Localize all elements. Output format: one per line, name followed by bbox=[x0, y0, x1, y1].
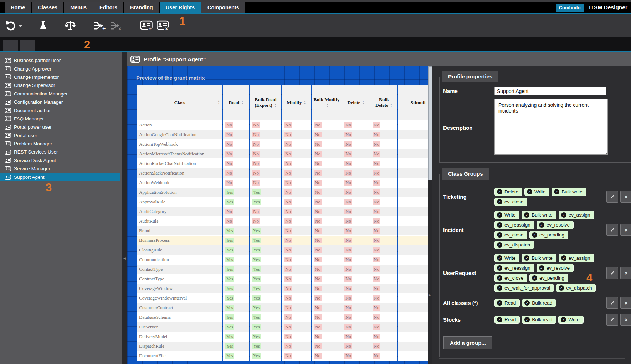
delete-group-button[interactable]: × bbox=[620, 224, 631, 236]
profile-card-icon bbox=[5, 83, 11, 88]
profile-list-item[interactable]: Configuration Manager bbox=[0, 98, 120, 106]
sort-arrows-icon[interactable]: ▲▼ bbox=[326, 103, 329, 108]
grant-delete: No bbox=[344, 170, 352, 176]
nav-tab[interactable]: Branding bbox=[124, 2, 159, 13]
matrix-column-header[interactable]: Delete▲▼ bbox=[342, 85, 370, 120]
panel-title: Profile "Support Agent" bbox=[144, 56, 206, 63]
profile-list-item[interactable]: Document author bbox=[0, 106, 120, 114]
matrix-scrollbar-thumb[interactable] bbox=[428, 66, 432, 180]
left-splitter[interactable]: ◀ bbox=[122, 52, 127, 364]
profile-list-item[interactable]: Portal user bbox=[0, 131, 120, 140]
matrix-row: ApplicationSolution Yes Yes No No No No bbox=[137, 188, 438, 197]
delete-group-button[interactable]: × bbox=[620, 297, 631, 309]
nav-tab[interactable]: Classes bbox=[32, 2, 63, 13]
edit-group-button[interactable] bbox=[606, 314, 618, 326]
pencil-icon bbox=[610, 271, 615, 275]
matrix-class-cell: Action bbox=[137, 120, 222, 130]
nav-tab[interactable]: Editors bbox=[93, 2, 123, 13]
profile-list-item[interactable]: Communication Manager bbox=[0, 90, 120, 98]
check-icon: ✓ bbox=[524, 300, 530, 306]
grant-modify: No bbox=[284, 238, 292, 243]
nav-tab[interactable]: Home bbox=[5, 2, 31, 13]
edit-group-button[interactable] bbox=[606, 267, 618, 279]
sort-arrows-icon[interactable]: ▲▼ bbox=[274, 103, 277, 108]
matrix-column-header[interactable]: Class▲▼ bbox=[137, 85, 222, 120]
grant-bulk-modify: No bbox=[314, 189, 322, 195]
undo-icon[interactable] bbox=[4, 20, 16, 31]
grant-pill: ✓ev_pending bbox=[529, 274, 568, 282]
pencil-icon bbox=[610, 194, 615, 199]
matrix-column-header[interactable]: Bulk Delete▲▼ bbox=[370, 85, 397, 120]
grant-bulk-read: Yes bbox=[252, 295, 261, 301]
class-group-name: Stocks bbox=[443, 316, 494, 323]
grant-delete: No bbox=[344, 247, 352, 253]
profile-list-item[interactable]: Service Manager bbox=[0, 165, 120, 173]
profile-list-item[interactable]: Business partner user bbox=[0, 56, 120, 64]
matrix-column-header[interactable]: Modify▲▼ bbox=[282, 85, 311, 120]
grant-bulk-delete: No bbox=[373, 161, 380, 166]
grant-bulk-delete: No bbox=[373, 257, 380, 262]
profile-list-item[interactable]: Change Approver bbox=[0, 64, 120, 73]
scales-icon[interactable] bbox=[64, 20, 76, 31]
profile-list-item[interactable]: Portal power user bbox=[0, 123, 120, 131]
nav-tab[interactable]: Components bbox=[201, 2, 245, 13]
grant-bulk-modify: No bbox=[314, 161, 322, 166]
matrix-column-header[interactable]: Bulk Modify▲▼ bbox=[312, 85, 342, 120]
matrix-column-header[interactable]: Read▲▼ bbox=[223, 85, 249, 120]
collapse-right-icon[interactable]: ▶ bbox=[429, 293, 431, 297]
undo-dropdown-caret[interactable] bbox=[16, 24, 22, 27]
matrix-scrollbar-track[interactable] bbox=[428, 66, 432, 364]
delete-group-button[interactable]: × bbox=[620, 314, 631, 326]
add-group-button[interactable]: Add a group... bbox=[443, 336, 492, 349]
sort-arrows-icon[interactable]: ▲▼ bbox=[304, 100, 306, 105]
profile-list-item[interactable]: FAQ Manager bbox=[0, 115, 120, 123]
flask-icon[interactable] bbox=[38, 20, 48, 31]
matrix-row: Brand Yes Yes No No No No bbox=[137, 226, 438, 236]
combodo-badge: Combodo bbox=[556, 4, 584, 12]
sort-arrows-icon[interactable]: ▲▼ bbox=[241, 100, 244, 105]
profile-list-item[interactable]: REST Services User bbox=[0, 148, 120, 156]
profile-list-item[interactable]: Service Desk Agent bbox=[0, 156, 120, 165]
nav-tab[interactable]: Menus bbox=[64, 2, 93, 13]
svg-text:+: + bbox=[102, 25, 106, 31]
grant-pill: ✓ev_assign bbox=[559, 211, 594, 219]
sort-arrows-icon[interactable]: ▲▼ bbox=[362, 100, 365, 105]
matrix-row: ActionSlackNotification No No No No No N… bbox=[137, 168, 438, 178]
nav-tab[interactable]: User Rights bbox=[160, 2, 201, 13]
delete-group-button[interactable]: × bbox=[620, 267, 631, 279]
profile-list-item[interactable]: Change Supervisor bbox=[0, 81, 120, 89]
profile-list-item[interactable]: Problem Manager bbox=[0, 140, 120, 148]
sort-arrows-icon[interactable]: ▲▼ bbox=[217, 100, 220, 104]
collapse-left-icon[interactable]: ◀ bbox=[123, 257, 126, 260]
merge-remove-icon[interactable]: × bbox=[109, 20, 123, 31]
profile-list-item[interactable]: Change Implementor bbox=[0, 73, 120, 81]
delete-group-button[interactable]: × bbox=[620, 191, 631, 203]
description-input[interactable]: Person analyzing and solving the current… bbox=[494, 99, 608, 155]
name-input[interactable] bbox=[494, 87, 606, 95]
profile-add-icon[interactable]: + bbox=[140, 20, 153, 31]
grant-pill: ✓ev_resolve bbox=[537, 264, 574, 272]
matrix-column-header[interactable]: Bulk Read (Export)▲▼ bbox=[250, 85, 281, 120]
matrix-row: BusinessProcess Yes Yes No No No No bbox=[137, 236, 438, 245]
grant-bulk-modify: No bbox=[314, 334, 322, 339]
merge-add-icon[interactable]: + bbox=[93, 20, 106, 31]
profile-panel-header: Profile "Support Agent" bbox=[127, 52, 631, 66]
group-row-actions: × bbox=[606, 297, 631, 309]
profile-remove-icon[interactable]: × bbox=[156, 20, 170, 31]
annotation-1: 1 bbox=[179, 15, 185, 28]
grant-bulk-modify: No bbox=[314, 266, 322, 272]
tab-profiles[interactable] bbox=[20, 40, 35, 51]
grant-pill-label: Write bbox=[534, 189, 545, 194]
tab-class-groups[interactable] bbox=[3, 40, 18, 51]
profile-list-item[interactable]: Support Agent bbox=[0, 173, 120, 181]
matrix-row: ActionMicrosoftTeamsNotification No No N… bbox=[137, 149, 438, 159]
matrix-class-cell: DeliveryModel bbox=[137, 332, 222, 342]
edit-group-button[interactable] bbox=[606, 297, 618, 309]
grant-read: No bbox=[225, 122, 233, 128]
matrix-class-cell: ActionWebhook bbox=[137, 178, 222, 188]
grant-modify: No bbox=[284, 141, 292, 147]
edit-group-button[interactable] bbox=[606, 224, 618, 236]
edit-group-button[interactable] bbox=[606, 191, 618, 203]
sort-arrows-icon[interactable]: ▲▼ bbox=[390, 103, 393, 108]
check-icon: ✓ bbox=[554, 189, 559, 194]
